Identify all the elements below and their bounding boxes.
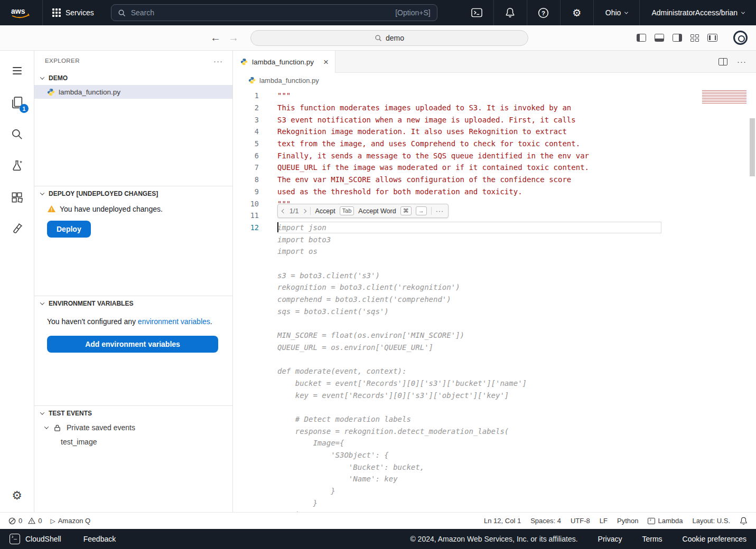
- settings-gear-button[interactable]: ⚙: [12, 489, 22, 503]
- deploy-section-label: DEPLOY [UNDEPLOYED CHANGES]: [49, 190, 158, 197]
- privacy-link[interactable]: Privacy: [598, 535, 622, 543]
- tab-lambda-function[interactable]: lambda_function.py ×: [233, 51, 335, 73]
- editor-more-actions-button[interactable]: ···: [737, 57, 746, 66]
- current-line-highlight: [277, 222, 661, 234]
- deploy-button[interactable]: Deploy: [47, 221, 91, 238]
- scrollbar-thumb[interactable]: [750, 118, 755, 176]
- region-selector[interactable]: Ohio: [594, 0, 640, 25]
- console-search-input[interactable]: Search [Option+S]: [111, 4, 437, 21]
- amazon-q-label: Amazon Q: [58, 517, 90, 525]
- search-placeholder: Search: [131, 8, 154, 17]
- ghost-code-line: key = event['Records'][0]['s3']['object'…: [233, 389, 756, 401]
- problems-indicator[interactable]: 0 0: [8, 517, 42, 525]
- cloudshell-button[interactable]: [461, 0, 493, 25]
- test-events-section-header[interactable]: TEST EVENTS: [34, 406, 232, 420]
- ghost-code-text: MIN_SCORE = float(os.environ['MIN_SCORE'…: [277, 331, 464, 339]
- status-notifications-button[interactable]: [740, 517, 748, 525]
- keyboard-layout[interactable]: Layout: U.S.: [692, 517, 730, 525]
- notifications-button[interactable]: [494, 0, 527, 25]
- terms-link[interactable]: Terms: [642, 535, 662, 543]
- accept-suggestion-button[interactable]: Accept: [315, 207, 335, 215]
- address-bar[interactable]: demo: [250, 30, 528, 46]
- vertical-scrollbar[interactable]: [749, 88, 756, 512]
- chevron-down-icon: [40, 75, 44, 79]
- cloudshell-icon: [471, 8, 482, 17]
- layout-grid-icon[interactable]: [690, 34, 699, 42]
- language-mode[interactable]: Python: [617, 517, 638, 525]
- arrow-key-hint: →: [416, 206, 427, 215]
- deploy-section-header[interactable]: DEPLOY [UNDEPLOYED CHANGES]: [34, 186, 232, 201]
- accept-word-button[interactable]: Accept Word: [358, 207, 396, 215]
- search-activity-button[interactable]: [4, 121, 30, 147]
- code-area[interactable]: 1"""2This function moderates images uplo…: [233, 88, 756, 512]
- close-tab-icon[interactable]: ×: [323, 58, 329, 67]
- minimap[interactable]: [700, 88, 749, 512]
- cloudshell-link[interactable]: CloudShell: [25, 535, 61, 543]
- eol-setting[interactable]: LF: [600, 517, 608, 525]
- env-section-header[interactable]: ENVIRONMENT VARIABLES: [34, 296, 232, 310]
- test-events-activity-button[interactable]: [4, 216, 30, 242]
- env-text-before: You haven't configured any: [47, 317, 138, 326]
- app-logo-icon[interactable]: [733, 31, 748, 45]
- feedback-link[interactable]: Feedback: [83, 535, 116, 543]
- code-text: The env var MIN_SCORE allows configurati…: [277, 175, 571, 184]
- cookie-preferences-link[interactable]: Cookie preferences: [683, 535, 746, 543]
- hamburger-icon: [13, 67, 22, 74]
- code-line[interactable]: 6Finally, it sends a message to the SQS …: [233, 149, 756, 162]
- code-line[interactable]: 12import json: [233, 222, 756, 234]
- code-line[interactable]: 1""": [233, 90, 756, 102]
- breadcrumb[interactable]: lambda_function.py: [233, 73, 756, 88]
- warning-icon: [28, 517, 35, 524]
- ghost-code-line: def moderate(event, context):: [233, 365, 756, 377]
- back-arrow-icon[interactable]: ←: [210, 32, 221, 44]
- environment-variables-link[interactable]: environment variables: [138, 317, 210, 326]
- add-environment-variables-button[interactable]: Add environment variables: [47, 336, 218, 353]
- undeployed-changes-badge: 1: [20, 104, 29, 113]
- line-number: 8: [233, 175, 259, 184]
- test-event-item[interactable]: test_image: [34, 435, 232, 449]
- encoding-setting[interactable]: UTF-8: [571, 517, 590, 525]
- next-suggestion-icon[interactable]: [302, 209, 306, 213]
- amazon-q-status[interactable]: ▷ Amazon Q: [50, 517, 90, 525]
- search-icon: [118, 9, 126, 17]
- services-grid-icon: [52, 8, 61, 17]
- toggle-left-panel-icon[interactable]: [637, 34, 646, 42]
- explorer-more-actions-button[interactable]: ···: [213, 56, 223, 65]
- lambda-runtime-status[interactable]: Lambda: [648, 517, 683, 525]
- cursor-position[interactable]: Ln 12, Col 1: [484, 517, 521, 525]
- code-text: QUEUE_URL if the image was moderated or …: [277, 163, 589, 172]
- code-line[interactable]: 7QUEUE_URL if the image was moderated or…: [233, 162, 756, 174]
- line-number: 3: [233, 116, 259, 124]
- code-line[interactable]: 3S3 event notification when a new image …: [233, 113, 756, 126]
- previous-suggestion-icon[interactable]: [282, 209, 286, 213]
- account-menu[interactable]: AdministratorAccess/brian: [640, 0, 756, 25]
- code-line[interactable]: 8The env var MIN_SCORE allows configurat…: [233, 174, 756, 186]
- code-line[interactable]: 4Rekognition image moderation. It also u…: [233, 126, 756, 138]
- forward-arrow-icon[interactable]: →: [228, 32, 239, 44]
- code-line[interactable]: 2This function moderates images uploaded…: [233, 102, 756, 114]
- split-editor-icon[interactable]: [718, 58, 727, 65]
- line-number: 11: [233, 211, 259, 220]
- menu-button[interactable]: [4, 58, 30, 83]
- fullscreen-icon[interactable]: [707, 34, 717, 42]
- private-saved-events-group[interactable]: Private saved events: [34, 420, 232, 435]
- toggle-bottom-panel-icon[interactable]: [655, 34, 664, 42]
- inline-suggestion-toolbar[interactable]: 1/1 Accept Tab Accept Word ⌘ → ···: [277, 204, 449, 218]
- indentation-setting[interactable]: Spaces: 4: [530, 517, 561, 525]
- toggle-right-panel-icon[interactable]: [673, 34, 682, 42]
- test-events-section-label: TEST EVENTS: [49, 410, 92, 417]
- suggestion-more-button[interactable]: ···: [436, 207, 444, 215]
- code-line[interactable]: 5text from the image, and uses Comprehen…: [233, 138, 756, 150]
- extensions-icon: [10, 191, 24, 204]
- explorer-activity-button[interactable]: 1: [4, 90, 30, 115]
- run-test-activity-button[interactable]: [4, 153, 30, 178]
- extensions-activity-button[interactable]: [4, 185, 30, 210]
- code-line[interactable]: 9used as the threshold for both moderati…: [233, 186, 756, 198]
- editor-toolbar: ← → demo: [0, 25, 756, 51]
- services-menu-button[interactable]: Services: [43, 0, 104, 25]
- demo-section-header[interactable]: DEMO: [34, 71, 232, 85]
- aws-logo[interactable]: aws: [0, 6, 42, 20]
- file-item-lambda-function[interactable]: lambda_function.py: [34, 85, 232, 99]
- help-button[interactable]: ?: [527, 0, 560, 25]
- settings-button[interactable]: ⚙: [561, 0, 593, 25]
